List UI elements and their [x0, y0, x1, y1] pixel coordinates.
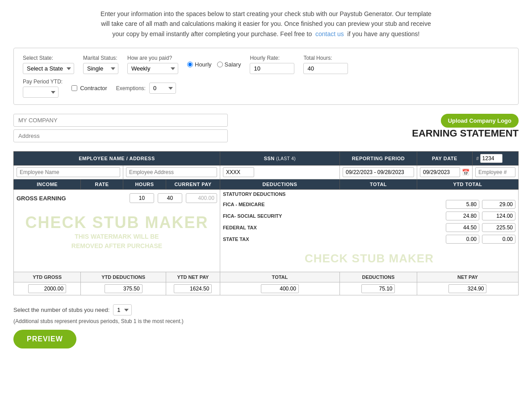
bottom-section: Select the number of stubs you need: 1 2…	[13, 304, 519, 348]
hash-number-input[interactable]	[480, 154, 503, 163]
contractor-checkbox[interactable]	[71, 85, 77, 91]
hourly-radio[interactable]	[187, 62, 193, 67]
gross-earning-row: GROSS EARNING	[14, 190, 220, 207]
fica-social-security-label: FICA- SOCIAL SECURITY	[223, 213, 446, 219]
ssn-input[interactable]	[223, 167, 254, 177]
ytd-gross-value-input[interactable]	[28, 284, 66, 293]
state-tax-ytd-input[interactable]	[482, 235, 515, 244]
pay-date-input[interactable]	[420, 167, 460, 177]
employee-address-input[interactable]	[126, 167, 217, 177]
company-name-input[interactable]	[13, 114, 228, 127]
ytd-deductions-value-input[interactable]	[105, 284, 142, 293]
employee-name-address-header: EMPLOYEE NAME / ADDRESS	[14, 152, 220, 166]
ytd-total-col-header: YTD TOTAL	[417, 179, 518, 190]
total-label: TOTAL	[220, 272, 339, 282]
settings-row-2: Pay Period YTD: 123 Contractor Exemption…	[23, 79, 509, 98]
total-hours-field-group: Total Hours:	[303, 55, 348, 74]
current-pay-col-header: CURRENT PAY	[166, 179, 220, 190]
watermark-main-text: CHECK STUB MAKER	[25, 213, 208, 232]
pay-period-select[interactable]: 123	[23, 87, 59, 98]
preview-button[interactable]: PREVIEW	[13, 330, 76, 348]
gross-current-pay-input[interactable]	[186, 193, 217, 203]
total-col-header: TOTAL	[339, 179, 417, 190]
net-pay-value-cell	[417, 282, 518, 295]
pay-date-wrapper: 📅	[420, 167, 469, 177]
hash-symbol: #	[476, 156, 479, 161]
gross-rate-input[interactable]	[130, 193, 154, 203]
fica-medicare-total-input[interactable]	[446, 200, 479, 209]
pay-period-field-group: Pay Period YTD: 123	[23, 79, 63, 98]
ytd-net-pay-value-input[interactable]	[174, 284, 212, 293]
stub-table: EMPLOYEE NAME / ADDRESS SSN (LAST 4) REP…	[13, 151, 519, 295]
net-pay-value-input[interactable]	[448, 284, 486, 293]
contractor-label: Contractor	[80, 85, 107, 91]
pay-date-cell: 📅	[417, 166, 472, 179]
total-hours-label: Total Hours:	[303, 55, 348, 61]
pay-date-header: PAY DATE	[417, 152, 472, 166]
totals-value-row	[14, 282, 519, 295]
reporting-period-header: REPORTING PERIOD	[339, 152, 417, 166]
exemptions-field-group: Exemptions: 0 123	[116, 83, 176, 94]
federal-tax-row: FEDERAL TAX	[220, 222, 518, 233]
calendar-icon[interactable]: 📅	[462, 169, 469, 176]
marital-label: Marital Status:	[83, 55, 118, 61]
watermark-right-area: CHECK STUB MAKER	[220, 245, 518, 272]
contact-us-link[interactable]: contact us	[315, 30, 344, 37]
stubs-note: (Additional stubs represent previous per…	[13, 318, 519, 324]
employee-name-input[interactable]	[17, 167, 120, 177]
total-value-input[interactable]	[261, 284, 299, 293]
federal-tax-total-input[interactable]	[446, 223, 479, 232]
employee-address-cell	[123, 166, 220, 179]
ytd-gross-value-cell	[14, 282, 81, 295]
totals-label-row: YTD GROSS YTD DEDUCTIONS YTD NET PAY TOT…	[14, 272, 519, 282]
ssn-header: SSN (LAST 4)	[220, 152, 339, 166]
intro-text-2: will take care of all math and calculati…	[101, 20, 431, 27]
earning-title: EARNING STATEMENT	[412, 128, 519, 139]
hourly-radio-label[interactable]: Hourly	[187, 61, 212, 68]
total-hours-input[interactable]	[303, 63, 348, 74]
marital-select[interactable]: Single Married	[83, 63, 118, 74]
state-tax-total-input[interactable]	[446, 235, 479, 244]
ytd-net-pay-value-cell	[166, 282, 220, 295]
ssn-sub-label: (LAST 4)	[276, 156, 296, 161]
stub-wrapper: EMPLOYEE NAME / ADDRESS SSN (LAST 4) REP…	[13, 151, 519, 295]
reporting-period-input[interactable]	[343, 167, 414, 177]
salary-radio[interactable]	[217, 62, 223, 67]
state-select[interactable]: Select a State AlabamaAlaskaArizonaCalif…	[23, 63, 74, 74]
deductions-value-input[interactable]	[361, 284, 395, 293]
ytd-deductions-label: YTD DEDUCTIONS	[81, 272, 166, 282]
fica-medicare-label: FICA - MEDICARE	[223, 202, 446, 207]
state-tax-row: STATE TAX	[220, 233, 518, 245]
ytd-gross-label: YTD GROSS	[14, 272, 81, 282]
company-top-row: Upload Company Logo EARNING STATEMENT	[13, 114, 519, 149]
federal-tax-ytd-input[interactable]	[482, 223, 515, 232]
statutory-deductions-label: STATUTORY DEDUCTIONS	[220, 190, 518, 199]
stubs-label: Select the number of stubs you need:	[13, 307, 109, 313]
deductions-label: DEDUCTIONS	[339, 272, 417, 282]
salary-radio-label[interactable]: Salary	[217, 61, 241, 68]
net-pay-label: NET PAY	[417, 272, 518, 282]
marital-field-group: Marital Status: Single Married	[83, 55, 118, 74]
stubs-count-select[interactable]: 1 2345	[113, 304, 132, 315]
exemptions-select[interactable]: 0 123	[149, 83, 176, 94]
intro-text-4: if you have any questions!	[348, 30, 420, 37]
salary-label: Salary	[225, 61, 241, 68]
state-tax-label: STATE TAX	[223, 236, 446, 242]
upload-logo-button[interactable]: Upload Company Logo	[441, 114, 519, 128]
hourly-rate-input[interactable]	[250, 63, 294, 74]
ssn-cell	[220, 166, 339, 179]
company-address-input[interactable]	[13, 129, 228, 142]
employee-number-input[interactable]	[475, 167, 515, 177]
state-label: Select State:	[23, 55, 74, 61]
deductions-value-cell	[339, 282, 417, 295]
pay-select[interactable]: Weekly Bi-WeeklyMonthlySemi-Monthly	[127, 63, 178, 74]
federal-tax-label: FEDERAL TAX	[223, 225, 446, 230]
upload-section: Upload Company Logo EARNING STATEMENT	[412, 114, 519, 142]
fica-ss-total-input[interactable]	[446, 212, 479, 220]
fica-medicare-ytd-input[interactable]	[482, 200, 515, 209]
fica-ss-ytd-input[interactable]	[482, 212, 515, 220]
gross-hours-input[interactable]	[158, 193, 182, 203]
watermark-right-text: CHECK STUB MAKER	[305, 252, 434, 265]
gross-earning-label: GROSS EARNING	[17, 195, 126, 202]
settings-box: Select State: Select a State AlabamaAlas…	[13, 48, 519, 105]
